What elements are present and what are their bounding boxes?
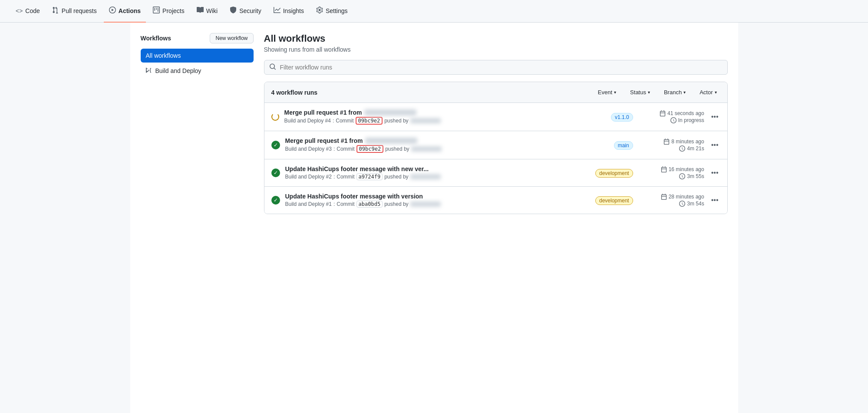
blurred-user: [410, 118, 441, 123]
nav-insights[interactable]: Insights: [268, 0, 309, 23]
table-filters: Event ▾ Status ▾ Branch ▾ Actor ▾: [594, 87, 720, 97]
new-workflow-button[interactable]: New workflow: [210, 33, 253, 43]
run-duration: 4m 21s: [679, 145, 704, 152]
nav-wiki[interactable]: Wiki: [191, 0, 223, 23]
sidebar-item-all-workflows[interactable]: All workflows: [141, 49, 254, 63]
run-title: Merge pull request #1 from: [284, 109, 606, 116]
security-icon: [230, 7, 237, 15]
more-options-button[interactable]: •••: [710, 195, 720, 205]
blurred-user: [410, 202, 441, 207]
run-time-ago: 41 seconds ago: [660, 110, 704, 116]
nav-security[interactable]: Security: [224, 0, 267, 23]
run-title: Update HashiCups footer message with new…: [285, 165, 590, 172]
commit-hash[interactable]: 09bc9e2: [356, 145, 384, 153]
branch-badge: development: [595, 169, 633, 178]
run-duration: In progress: [670, 117, 704, 123]
run-subtitle: Build and Deploy #4: Commit 09bc9e2 push…: [284, 117, 606, 125]
page-subtitle: Showing runs from all workflows: [264, 46, 728, 53]
insights-icon: [274, 7, 281, 15]
commit-hash[interactable]: aba0bd5: [356, 201, 383, 208]
projects-icon: [153, 7, 160, 15]
run-title-text[interactable]: Update HashiCups footer message with new…: [285, 165, 429, 172]
search-icon: [269, 63, 276, 72]
search-container: [264, 60, 728, 75]
status-success-icon: ✓: [271, 196, 280, 205]
search-input[interactable]: [264, 60, 728, 75]
more-options-button[interactable]: •••: [710, 112, 720, 122]
chevron-down-icon: ▾: [683, 90, 686, 95]
run-info: Merge pull request #1 from Build and Dep…: [285, 137, 609, 153]
nav-projects[interactable]: Projects: [148, 0, 190, 23]
commit-hash[interactable]: 09bc9e2: [356, 117, 383, 125]
nav-code[interactable]: <> Code: [10, 0, 45, 23]
run-info: Update HashiCups footer message with new…: [285, 165, 590, 180]
calendar-icon: [663, 139, 670, 145]
run-time-ago: 8 minutes ago: [663, 139, 704, 145]
content-area: All workflows Showing runs from all work…: [264, 33, 728, 403]
filter-actor[interactable]: Actor ▾: [696, 87, 720, 97]
workflow-icon: [146, 67, 152, 74]
more-options-button[interactable]: •••: [710, 168, 720, 178]
nav-pull-requests[interactable]: Pull requests: [47, 0, 102, 23]
settings-icon: [316, 7, 323, 15]
nav-actions[interactable]: Actions: [104, 0, 146, 23]
blurred-user: [411, 146, 442, 152]
clock-icon: [679, 145, 685, 152]
status-success-icon: ✓: [271, 141, 280, 149]
run-subtitle: Build and Deploy #2: Commit a9724f9 push…: [285, 173, 590, 180]
blurred-branch-name: [364, 109, 416, 116]
run-title-text[interactable]: Merge pull request #1 from: [284, 109, 362, 116]
blurred-user: [410, 174, 441, 179]
blurred-branch-name: [365, 138, 417, 144]
commit-hash[interactable]: a9724f9: [356, 173, 383, 180]
main-container: Workflows New workflow All workflows Bui…: [130, 23, 738, 413]
table-row: ✓ Merge pull request #1 from Build and D…: [264, 131, 727, 159]
run-time: 41 seconds ago In progress: [644, 110, 704, 123]
branch-badge: development: [595, 196, 633, 205]
run-info: Update HashiCups footer message with ver…: [285, 193, 590, 208]
status-success-icon: ✓: [271, 169, 280, 177]
nav-settings[interactable]: Settings: [311, 0, 353, 23]
run-time-ago: 28 minutes ago: [661, 194, 704, 200]
sidebar-item-build-deploy[interactable]: Build and Deploy: [141, 63, 254, 78]
branch-badge: v1.1.0: [611, 113, 633, 122]
wiki-icon: [197, 7, 204, 15]
calendar-icon: [661, 194, 667, 200]
table-row: Merge pull request #1 from Build and Dep…: [264, 103, 727, 131]
more-options-button[interactable]: •••: [710, 140, 720, 150]
pull-request-icon: [52, 7, 59, 15]
run-title: Update HashiCups footer message with ver…: [285, 193, 590, 200]
calendar-icon: [661, 166, 667, 172]
run-duration: 3m 54s: [679, 201, 704, 207]
filter-status[interactable]: Status ▾: [627, 87, 653, 97]
run-title: Merge pull request #1 from: [285, 137, 609, 144]
table-row: ✓ Update HashiCups footer message with v…: [264, 187, 727, 214]
calendar-icon: [660, 110, 666, 116]
table-header: 4 workflow runs Event ▾ Status ▾ Branch …: [264, 82, 727, 103]
filter-branch[interactable]: Branch ▾: [660, 87, 689, 97]
run-subtitle: Build and Deploy #1: Commit aba0bd5 push…: [285, 201, 590, 208]
status-in-progress-icon: [271, 113, 279, 121]
run-time: 16 minutes ago 3m 55s: [644, 166, 704, 179]
run-info: Merge pull request #1 from Build and Dep…: [284, 109, 606, 125]
actions-icon: [109, 7, 116, 15]
run-duration: 3m 55s: [679, 173, 704, 179]
page-title: All workflows: [264, 33, 728, 44]
sidebar-title: Workflows: [141, 35, 172, 42]
chevron-down-icon: ▾: [715, 90, 717, 95]
run-subtitle: Build and Deploy #3: Commit 09bc9e2 push…: [285, 145, 609, 153]
run-time-ago: 16 minutes ago: [661, 166, 704, 172]
sidebar-header: Workflows New workflow: [141, 33, 254, 43]
workflow-table: 4 workflow runs Event ▾ Status ▾ Branch …: [264, 82, 728, 214]
code-icon: <>: [16, 7, 23, 14]
chevron-down-icon: ▾: [648, 90, 650, 95]
run-title-text[interactable]: Merge pull request #1 from: [285, 137, 363, 144]
table-row: ✓ Update HashiCups footer message with n…: [264, 159, 727, 187]
run-count: 4 workflow runs: [271, 89, 318, 96]
branch-badge: main: [614, 141, 633, 150]
filter-event[interactable]: Event ▾: [594, 87, 620, 97]
sidebar: Workflows New workflow All workflows Bui…: [141, 33, 254, 403]
clock-icon: [679, 201, 685, 207]
run-title-text[interactable]: Update HashiCups footer message with ver…: [285, 193, 423, 200]
clock-icon: [670, 117, 677, 123]
